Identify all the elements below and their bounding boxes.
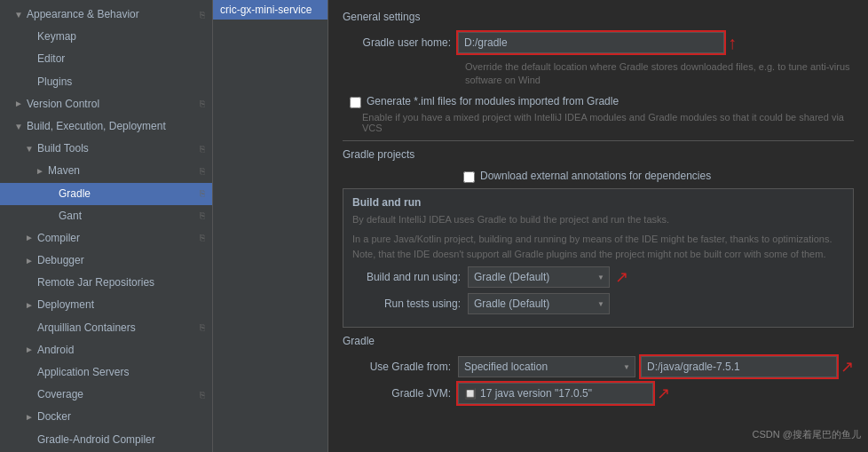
sidebar-item-arquillian[interactable]: Arquillian Containers ⎘ [0,317,212,339]
gradle-jvm-label: Gradle JVM: [343,387,458,400]
copy-icon: ⎘ [200,321,205,335]
sidebar-item-debugger[interactable]: ► Debugger [0,250,212,272]
gradle-user-home-hint: Override the default location where Grad… [465,60,854,88]
sidebar-item-gradle-android[interactable]: Gradle-Android Compiler [0,429,212,451]
settings-panel: General settings Gradle user home: ↑ Ove… [328,0,868,452]
arrow-icon: ▼ [14,120,25,134]
arrow-icon: ► [25,231,36,245]
arrow-icon: ► [25,254,36,268]
gradle-jvm-row: Gradle JVM: 🔲 17 java version "17.0.5" ↗ [343,383,854,404]
build-run-info2: In a pure Java/Kotlin project, building … [352,232,844,261]
sidebar-item-label: Build, Execution, Deployment [27,118,166,135]
gradle-location-input[interactable] [641,356,837,377]
arrow-icon: ► [25,410,36,424]
download-annotations-label: Download external annotations for depend… [480,170,711,182]
project-item-cric[interactable]: cric-gx-mini-service [213,0,327,20]
sidebar-item-label: Compiler [37,230,80,247]
sidebar-item-app-servers[interactable]: Application Servers [0,361,212,384]
sidebar-item-build-execution-deployment[interactable]: ▼ Build, Execution, Deployment [0,115,212,138]
sidebar-item-label: Remote Jar Repositories [37,274,154,291]
build-run-section: Build and run By default IntelliJ IDEA u… [343,188,854,329]
generate-iml-hint: Enable if you have a mixed project with … [362,112,854,133]
sidebar-item-version-control[interactable]: ► Version Control ⎘ [0,93,212,115]
sidebar-item-plugins[interactable]: Plugins [0,71,212,93]
arrow-icon: ► [14,97,25,111]
arrow-icon: ▼ [14,8,25,22]
run-tests-select[interactable]: Gradle (Default) IntelliJ IDEA [468,293,610,314]
gradle-user-home-row: Gradle user home: ↑ [343,32,854,53]
run-tests-select-wrapper: Gradle (Default) IntelliJ IDEA [468,293,610,314]
sidebar-item-label: Keymap [37,28,76,45]
sidebar-item-label: Gradle-Android Compiler [37,432,155,448]
run-tests-label: Run tests using: [352,297,468,310]
build-and-run-select[interactable]: Gradle (Default) IntelliJ IDEA [468,266,610,288]
sidebar-item-label: Appearance & Behavior [27,6,139,23]
sidebar-item-coverage[interactable]: Coverage ⎘ [0,384,212,406]
sidebar-item-label: Docker [37,408,71,425]
sidebar-item-remote-jar[interactable]: Remote Jar Repositories [0,272,212,294]
arrow-icon: ► [25,298,36,313]
main-content: cric-gx-mini-service General settings Gr… [213,0,868,452]
sidebar-item-label: Coverage [37,386,83,403]
sidebar-item-label: Deployment [37,297,94,313]
copy-icon: ⎘ [200,8,205,22]
sidebar-item-label: Application Servers [37,364,129,381]
copy-icon: ⎘ [200,186,205,201]
section-divider [343,140,854,141]
annotation-arrow-3: ↗ [840,357,854,377]
sidebar-item-docker[interactable]: ► Docker [0,406,212,428]
sidebar-item-compiler[interactable]: ► Compiler ⎘ [0,227,212,250]
project-item-label: cric-gx-mini-service [220,4,312,16]
download-annotations-checkbox[interactable] [463,171,475,183]
sidebar: ▼ Appearance & Behavior ⎘ Keymap Editor … [0,0,213,452]
use-gradle-from-row: Use Gradle from: Specified location Grad… [343,356,854,377]
annotation-arrow-1: ↑ [728,33,737,53]
generate-iml-checkbox[interactable] [350,97,361,108]
gradle-user-home-input[interactable] [458,32,724,53]
download-annotations-row: Download external annotations for depend… [463,170,854,183]
sidebar-item-maven[interactable]: ► Maven ⎘ [0,160,212,182]
jvm-icon: 🔲 [464,388,477,400]
gradle-projects-title: Gradle projects [343,148,854,161]
sidebar-item-label: Arquillian Containers [37,320,136,337]
sidebar-item-label: Debugger [37,252,84,269]
build-and-run-select-wrapper: Gradle (Default) IntelliJ IDEA [468,266,610,288]
run-tests-row: Run tests using: Gradle (Default) Intell… [352,293,844,314]
sidebar-item-gradle[interactable]: Gradle ⎘ [0,183,212,205]
copy-icon: ⎘ [200,231,205,245]
project-panel: cric-gx-mini-service [213,0,328,452]
general-settings-title: General settings [343,11,854,23]
build-and-run-label: Build and run using: [352,271,468,283]
annotation-arrow-2: ↗ [615,267,628,287]
sidebar-item-label: Plugins [37,74,72,91]
gradle-jvm-value: 17 java version "17.0.5" [480,387,592,400]
arrow-icon: ► [36,164,46,178]
gradle-user-home-label: Gradle user home: [343,36,458,49]
use-gradle-from-label: Use Gradle from: [343,361,458,373]
build-run-info1: By default IntelliJ IDEA uses Gradle to … [352,212,844,227]
copy-icon: ⎘ [200,388,205,402]
copy-icon: ⎘ [200,209,205,223]
sidebar-item-label: Gant [59,208,82,225]
sidebar-item-gant[interactable]: Gant ⎘ [0,205,212,227]
arrow-icon: ► [25,343,36,357]
generate-iml-row: Generate *.iml files for modules importe… [350,95,854,108]
sidebar-item-label: Version Control [27,96,99,113]
sidebar-item-build-tools[interactable]: ▼ Build Tools ⎘ [0,138,212,160]
sidebar-item-deployment[interactable]: ► Deployment [0,294,212,316]
gradle-from-select[interactable]: Specified location Gradle wrapper Local … [458,356,635,377]
gradle-from-select-wrapper: Specified location Gradle wrapper Local … [458,356,635,377]
copy-icon: ⎘ [200,142,205,156]
build-and-run-row: Build and run using: Gradle (Default) In… [352,266,844,288]
sidebar-item-android[interactable]: ► Android [0,339,212,361]
sidebar-item-label: Android [37,342,74,359]
sidebar-item-label: Editor [37,51,65,67]
generate-iml-label: Generate *.iml files for modules importe… [367,95,619,107]
sidebar-item-label: Maven [48,163,80,179]
gradle-jvm-display[interactable]: 🔲 17 java version "17.0.5" [458,383,653,404]
arrow-icon: ▼ [25,142,36,156]
gradle-section-title: Gradle [343,335,854,347]
sidebar-item-appearance-behavior[interactable]: ▼ Appearance & Behavior ⎘ [0,4,212,26]
sidebar-item-keymap[interactable]: Keymap [0,26,212,48]
sidebar-item-editor[interactable]: Editor [0,48,212,70]
